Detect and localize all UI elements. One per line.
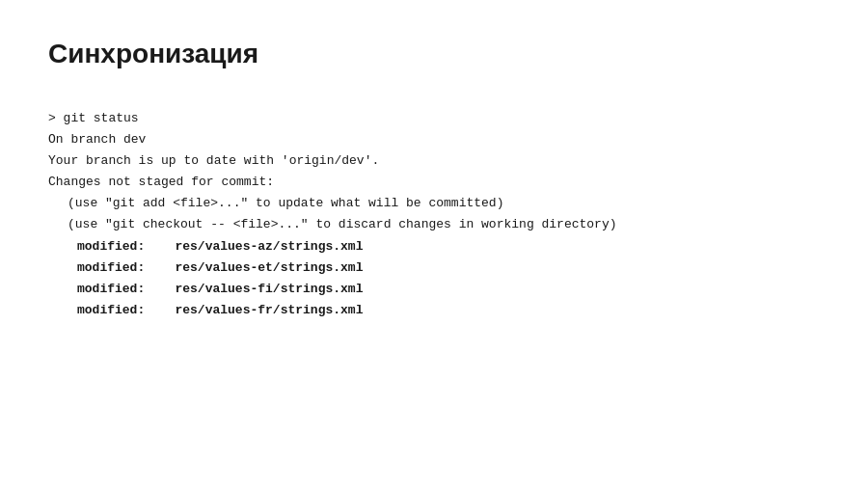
terminal-line-4: (use "git add <file>..." to update what …	[48, 193, 820, 214]
modified-path-2: res/values-et/strings.xml	[175, 260, 363, 275]
terminal-block: > git status On branch dev Your branch i…	[48, 108, 820, 321]
modified-label-2: modified:	[77, 260, 145, 275]
modified-label-4: modified:	[77, 303, 145, 317]
terminal-line-1: On branch dev	[48, 129, 820, 150]
modified-label-3: modified:	[77, 282, 145, 296]
terminal-command: > git status	[48, 108, 820, 129]
modified-path-1: res/values-az/strings.xml	[175, 239, 363, 254]
terminal-line-2: Your branch is up to date with 'origin/d…	[48, 150, 820, 172]
terminal-line-3: Changes not staged for commit:	[48, 172, 820, 193]
modified-label-1: modified:	[77, 239, 145, 254]
modified-path-3: res/values-fi/strings.xml	[175, 282, 363, 296]
modified-file-3: modified: res/values-fi/strings.xml	[48, 279, 820, 300]
modified-file-2: modified: res/values-et/strings.xml	[48, 258, 820, 279]
modified-file-1: modified: res/values-az/strings.xml	[48, 236, 820, 258]
terminal-line-5: (use "git checkout -- <file>..." to disc…	[48, 214, 820, 235]
modified-path-4: res/values-fr/strings.xml	[175, 303, 363, 317]
modified-file-4: modified: res/values-fr/strings.xml	[48, 300, 820, 321]
page-title: Синхронизация	[48, 39, 820, 69]
